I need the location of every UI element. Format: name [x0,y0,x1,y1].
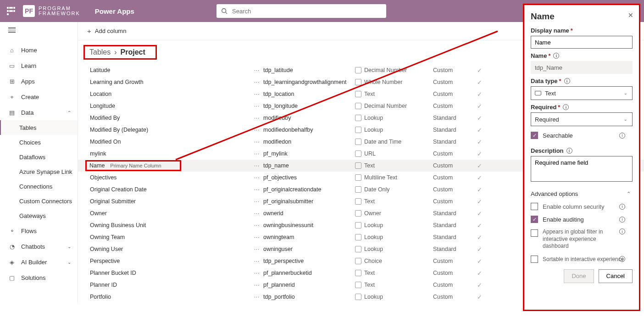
check-icon: ✓ [477,282,482,289]
row-menu-icon[interactable]: ··· [250,234,263,240]
sidebar-item-dataflows[interactable]: Dataflows [0,150,78,164]
row-menu-icon[interactable]: ··· [250,211,263,216]
display-name-field[interactable] [531,36,633,49]
description-field[interactable] [531,156,633,182]
check-icon: ✓ [477,270,482,277]
info-icon[interactable]: i [553,53,559,59]
search-input[interactable] [231,7,382,15]
info-icon[interactable]: i [619,256,625,262]
auditing-checkbox[interactable]: ✓ [531,216,538,223]
column-data-type: Decimal Number [355,67,433,73]
search-box[interactable] [217,4,386,18]
row-menu-icon[interactable]: ··· [250,151,263,156]
required-select[interactable]: Required⌄ [531,112,633,126]
sidebar-item-ai-builder[interactable]: ◈AI Builder⌄ [0,254,78,270]
info-icon[interactable]: i [619,228,625,234]
row-menu-icon[interactable]: ··· [250,282,263,288]
sidebar-item-create[interactable]: +Create [0,89,78,105]
app-launcher-icon[interactable] [6,6,17,17]
column-data-type: Text [355,198,433,205]
row-menu-icon[interactable]: ··· [250,127,263,133]
column-display-name: Modified On [90,139,250,145]
left-sidebar: ⌂Home▭Learn⊞Apps+Create▤Data⌃TablesChoic… [0,22,78,303]
row-menu-icon[interactable]: ··· [250,199,263,204]
info-icon[interactable]: i [619,204,625,210]
sidebar-item-gateways[interactable]: Gateways [0,208,78,223]
chevron-up-icon[interactable]: ⌃ [627,191,631,197]
row-menu-icon[interactable]: ··· [250,294,263,300]
search-icon [221,8,228,14]
close-icon[interactable]: ✕ [628,11,633,19]
row-menu-icon[interactable]: ··· [250,223,263,228]
sidebar-item-home[interactable]: ⌂Home [0,42,78,58]
sidebar-item-solutions[interactable]: ▢Solutions [0,270,78,285]
global-filter-checkbox[interactable] [531,229,538,237]
sidebar-item-connections[interactable]: Connections [0,179,78,194]
text-type-icon [535,91,541,95]
check-icon: ✓ [477,67,482,74]
column-managed: Custom [433,103,477,109]
sidebar-item-data[interactable]: ▤Data⌃ [0,105,78,120]
row-menu-icon[interactable]: ··· [250,270,263,276]
sidebar-item-apps[interactable]: ⊞Apps [0,73,78,89]
column-schema-name: tdp_longitude [263,103,355,109]
column-data-type: Multiline Text [355,174,433,181]
sidebar-item-custom-connectors[interactable]: Custom Connectors [0,194,78,208]
row-menu-icon[interactable]: ··· [250,67,263,73]
row-menu-icon[interactable]: ··· [250,175,263,180]
row-menu-icon[interactable]: ··· [250,79,263,85]
column-display-name: Modified By (Delegate) [90,127,250,133]
column-display-name: Planner ID [90,282,250,288]
sortable-checkbox[interactable] [531,256,538,263]
column-managed: Standard [433,139,477,145]
sidebar-item-azure-synapse-link[interactable]: Azure Synapse Link [0,164,78,179]
searchable-checkbox[interactable]: ✓ [531,132,538,139]
row-menu-icon[interactable]: ··· [250,163,263,168]
type-icon [355,103,361,109]
check-icon: ✓ [477,174,482,181]
label-auditing: Enable auditing [543,216,584,223]
sidebar-item-chatbots[interactable]: ◔Chatbots⌄ [0,239,78,254]
column-schema-name: ownerid [263,210,355,217]
column-properties-panel: Name ✕ Display name* Name*i Data type*i … [523,4,640,303]
info-icon[interactable]: i [619,133,625,139]
row-menu-icon[interactable]: ··· [250,91,263,97]
row-menu-icon[interactable]: ··· [250,258,263,264]
sidebar-item-choices[interactable]: Choices [0,135,78,150]
breadcrumb[interactable]: Tables › Project [83,45,157,60]
sidebar-item-tables[interactable]: Tables [0,120,78,135]
info-icon[interactable]: i [566,148,572,154]
check-icon: ✓ [477,234,482,241]
label-advanced[interactable]: Advanced options [531,190,578,197]
column-display-name: Longitude [90,103,250,109]
cancel-button[interactable]: Cancel [599,269,633,283]
security-checkbox[interactable] [531,203,538,210]
add-column-button[interactable]: +Add column [87,27,126,35]
column-schema-name: tdp_location [263,91,355,97]
crumb-tables[interactable]: Tables [89,48,111,56]
sidebar-item-flows[interactable]: ⚬Flows [0,223,78,239]
column-managed: Standard [433,210,477,217]
row-menu-icon[interactable]: ··· [250,103,263,109]
row-menu-icon[interactable]: ··· [250,187,263,192]
crumb-current: Project [121,48,145,56]
row-menu-icon[interactable]: ··· [250,115,263,121]
type-icon [355,79,361,85]
column-data-type: Lookup [355,222,433,228]
column-display-name: Portfolio [90,294,250,300]
column-schema-name: tdp_latitude [263,67,355,73]
info-icon[interactable]: i [563,104,569,110]
info-icon[interactable]: i [619,217,625,223]
column-display-name: Modified By [90,115,250,121]
sidebar-item-learn[interactable]: ▭Learn [0,58,78,73]
type-icon [355,91,361,97]
chevron-down-icon: ⌄ [624,117,627,122]
info-icon[interactable]: i [564,78,570,84]
data-type-select[interactable]: Text⌄ [531,86,633,100]
hamburger-icon[interactable] [8,28,19,39]
row-menu-icon[interactable]: ··· [250,139,263,145]
check-icon: ✓ [477,115,482,122]
row-menu-icon[interactable]: ··· [250,246,263,252]
name-highlight-box: NamePrimary Name Column [85,160,181,171]
type-icon [355,270,361,276]
